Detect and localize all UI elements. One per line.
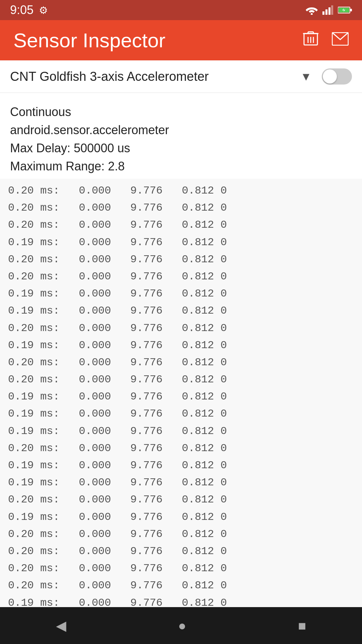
- sensor-selector-row: CNT Goldfish 3-axis Accelerometer ▼: [0, 60, 362, 93]
- log-data-row: 0.19 ms: 0.000 9.776 0.812 0: [8, 234, 354, 251]
- toggle-knob: [323, 69, 337, 84]
- home-button[interactable]: ●: [165, 611, 199, 640]
- delete-button[interactable]: [303, 30, 318, 51]
- sensor-name: CNT Goldfish 3-axis Accelerometer: [10, 69, 209, 84]
- log-data-row: 0.19 ms: 0.000 9.776 0.812 0: [8, 302, 354, 319]
- content-area: CNT Goldfish 3-axis Accelerometer ▼ Cont…: [0, 60, 362, 607]
- log-data-row: 0.19 ms: 0.000 9.776 0.812 0: [8, 388, 354, 405]
- app-bar: Sensor Inspector: [0, 20, 362, 60]
- log-data-row: 0.20 ms: 0.000 9.776 0.812 0: [8, 440, 354, 457]
- log-data-row: 0.19 ms: 0.000 9.776 0.812 0: [8, 508, 354, 526]
- svg-rect-3: [328, 7, 330, 15]
- log-data-row: 0.20 ms: 0.000 9.776 0.812 0: [8, 577, 354, 594]
- svg-rect-7: [350, 9, 352, 11]
- log-data-row: 0.20 ms: 0.000 9.776 0.812 0: [8, 371, 354, 388]
- log-data-row: 0.20 ms: 0.000 9.776 0.812 0: [8, 526, 354, 543]
- email-button[interactable]: [332, 31, 349, 49]
- dropdown-arrow-icon: ▼: [300, 70, 312, 83]
- status-right: [306, 5, 352, 15]
- log-data-row: 0.19 ms: 0.000 9.776 0.812 0: [8, 405, 354, 422]
- log-data-row: 0.20 ms: 0.000 9.776 0.812 0: [8, 199, 354, 216]
- wifi-icon: [306, 5, 318, 15]
- data-log: 0.20 ms: 0.000 9.776 0.812 00.20 ms: 0.0…: [0, 179, 362, 607]
- svg-rect-4: [331, 5, 333, 15]
- app-title: Sensor Inspector: [13, 29, 166, 52]
- bottom-nav: ◀ ● ■: [0, 607, 362, 644]
- status-time: 9:05: [10, 3, 34, 17]
- log-data-row: 0.19 ms: 0.000 9.776 0.812 0: [8, 594, 354, 607]
- battery-icon: [338, 6, 352, 14]
- log-data-row: 0.20 ms: 0.000 9.776 0.812 0: [8, 216, 354, 233]
- sensor-toggle[interactable]: [322, 68, 352, 85]
- log-data-row: 0.19 ms: 0.000 9.776 0.812 0: [8, 285, 354, 302]
- log-data-row: 0.20 ms: 0.000 9.776 0.812 0: [8, 354, 354, 371]
- android-sensor-name: android.sensor.accelerometer: [10, 121, 352, 139]
- log-data-row: 0.19 ms: 0.000 9.776 0.812 0: [8, 423, 354, 440]
- status-bar: 9:05 ⚙: [0, 0, 362, 20]
- log-data-row: 0.20 ms: 0.000 9.776 0.812 0: [8, 320, 354, 337]
- app-bar-actions: [303, 30, 349, 51]
- reporting-mode: Continuous: [10, 103, 352, 121]
- log-data-row: 0.20 ms: 0.000 9.776 0.812 0: [8, 182, 354, 199]
- back-button[interactable]: ◀: [43, 611, 80, 640]
- log-data-row: 0.19 ms: 0.000 9.776 0.812 0: [8, 474, 354, 491]
- log-data-row: 0.19 ms: 0.000 9.776 0.812 0: [8, 337, 354, 354]
- sensor-dropdown[interactable]: CNT Goldfish 3-axis Accelerometer ▼: [10, 69, 315, 84]
- max-range: Maximum Range: 2.8: [10, 157, 352, 175]
- log-data-row: 0.20 ms: 0.000 9.776 0.812 0: [8, 268, 354, 285]
- settings-icon: ⚙: [39, 4, 48, 16]
- log-data-row: 0.20 ms: 0.000 9.776 0.812 0: [8, 543, 354, 560]
- max-delay: Max Delay: 500000 us: [10, 139, 352, 157]
- svg-point-0: [311, 13, 313, 15]
- log-data-row: 0.19 ms: 0.000 9.776 0.812 0: [8, 457, 354, 474]
- svg-rect-1: [322, 11, 324, 15]
- recents-button[interactable]: ■: [285, 611, 319, 640]
- log-data-row: 0.20 ms: 0.000 9.776 0.812 0: [8, 491, 354, 508]
- status-left: 9:05 ⚙: [10, 3, 48, 17]
- svg-rect-2: [325, 9, 327, 15]
- signal-icon: [322, 5, 333, 15]
- log-data-row: 0.20 ms: 0.000 9.776 0.812 0: [8, 251, 354, 268]
- log-data-row: 0.20 ms: 0.000 9.776 0.812 0: [8, 560, 354, 577]
- sensor-info: Continuous android.sensor.accelerometer …: [0, 93, 362, 179]
